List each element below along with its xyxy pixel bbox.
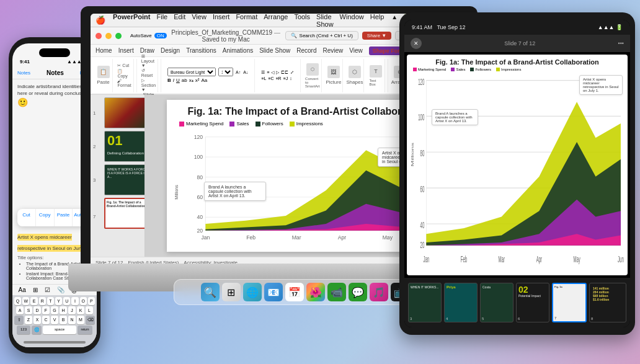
justify-button[interactable]: ≡J — [283, 76, 288, 81]
key-g[interactable]: G — [51, 306, 58, 314]
indent-dec-button[interactable]: ◁ — [271, 70, 274, 75]
dock-music[interactable]: 🎵 — [370, 283, 388, 301]
menu-view[interactable]: View — [192, 14, 207, 28]
strikethrough-button[interactable]: ab — [182, 78, 187, 83]
layout-button[interactable]: ⊞ Layout ▼ — [141, 54, 156, 68]
columns-button[interactable]: ⊏⊏ — [281, 70, 288, 75]
key-u[interactable]: U — [63, 297, 70, 305]
numbering-button[interactable]: ≡ — [267, 70, 269, 75]
list-item[interactable]: 1 — [104, 97, 142, 128]
font-shrink-button[interactable]: A↓ — [243, 70, 248, 74]
menu-format[interactable]: Format — [236, 14, 257, 28]
ipad-thumb-8[interactable]: 141 million264 million$68 billion$1.6 tr… — [589, 283, 626, 322]
tab-transitions[interactable]: Transitions — [186, 47, 216, 54]
key-m[interactable]: M — [77, 316, 84, 324]
search-box[interactable]: 🔍 Search (Cmd + Ctrl + U) — [285, 31, 358, 40]
key-v[interactable]: V — [51, 316, 58, 324]
tab-insert[interactable]: Insert — [118, 47, 134, 54]
menu-insert[interactable]: Insert — [213, 14, 230, 28]
cut-ribbon-button[interactable]: ✂ Cut — [117, 63, 131, 68]
ipad-options-button[interactable]: ••• — [618, 40, 624, 47]
tab-home[interactable]: Home — [96, 47, 112, 54]
font-family-select[interactable]: Bureau Grot Light — [167, 68, 216, 76]
maximize-button[interactable] — [115, 33, 122, 39]
menu-powerpoint[interactable]: PowerPoint — [113, 14, 151, 28]
tab-view[interactable]: View — [349, 47, 363, 54]
key-q[interactable]: Q — [14, 297, 21, 305]
key-shift[interactable]: ⇧ — [14, 316, 24, 324]
key-i[interactable]: I — [71, 297, 78, 305]
ipad-thumb-4[interactable]: Priya 4 — [444, 283, 478, 322]
ipad-thumb-3[interactable]: WHEN IT WORKS... 3 — [408, 283, 442, 322]
key-emoji[interactable]: 🌐 — [32, 326, 42, 334]
tab-slideshow[interactable]: Slide Show — [259, 47, 290, 54]
ipad-close-button[interactable]: ✕ — [411, 38, 422, 49]
section-button[interactable]: ▷ Section ▼ — [141, 78, 156, 92]
key-w[interactable]: W — [22, 297, 29, 305]
ipad-thumb-6[interactable]: 02 Potential Impact 6 — [516, 283, 549, 322]
reset-button[interactable]: ↺ Reset — [141, 68, 156, 78]
dock-calendar[interactable]: 📅 — [285, 283, 304, 301]
line-spacing-button[interactable]: ↕ — [290, 76, 292, 81]
underline-button[interactable]: U — [176, 78, 180, 83]
tab-record[interactable]: Record — [296, 47, 316, 54]
menu-edit[interactable]: Edit — [174, 14, 185, 28]
convert-to-smartart-icon[interactable]: ⬡ — [306, 63, 319, 76]
key-z[interactable]: Z — [25, 316, 32, 324]
copy-ribbon-button[interactable]: 📋 Copy — [117, 69, 131, 78]
key-s[interactable]: S — [25, 306, 32, 314]
text-direction-button[interactable]: ⤢ — [290, 70, 294, 75]
align-center-button[interactable]: ≡C — [268, 76, 273, 81]
format-icon[interactable]: Aa — [19, 286, 26, 293]
minimize-button[interactable] — [105, 33, 112, 39]
menu-help[interactable]: Help — [370, 14, 384, 28]
key-f[interactable]: F — [42, 306, 50, 314]
tab-review[interactable]: Review — [322, 47, 343, 54]
menu-tools[interactable]: Tools — [294, 14, 310, 28]
autosave-toggle[interactable]: ON — [154, 33, 167, 38]
text-box-icon[interactable]: T — [370, 65, 382, 78]
dock-launchpad[interactable]: ⊞ — [222, 283, 241, 301]
menu-file[interactable]: File — [157, 14, 168, 28]
dock-facetime[interactable]: 📹 — [327, 283, 346, 301]
char-spacing-button[interactable]: Aa — [201, 78, 207, 83]
subscript-button[interactable]: x₂ — [189, 78, 193, 83]
key-123[interactable]: 123 — [17, 326, 30, 334]
close-button[interactable] — [96, 33, 102, 39]
checklist-icon[interactable]: ☑ — [45, 286, 50, 293]
key-x[interactable]: X — [33, 316, 41, 324]
slide-thumb-3[interactable]: WHEN IT WORKS A FORCE IS A FORCE IS A FO… — [104, 164, 145, 195]
dock-photos[interactable]: 🌺 — [306, 283, 325, 301]
key-j[interactable]: J — [68, 306, 76, 314]
key-d[interactable]: D — [33, 306, 41, 314]
key-a[interactable]: A — [16, 306, 24, 314]
key-e[interactable]: E — [30, 297, 37, 305]
copy-button[interactable]: Copy — [36, 209, 55, 226]
key-r[interactable]: R — [39, 297, 46, 305]
cut-button[interactable]: Cut — [17, 209, 36, 226]
slide-thumb-2[interactable]: 01 Defining Collaboration — [104, 131, 145, 162]
tab-draw[interactable]: Draw — [140, 47, 154, 54]
key-n[interactable]: N — [68, 316, 76, 324]
dock-messages[interactable]: 💬 — [349, 283, 367, 301]
list-item[interactable]: 3 WHEN IT WORKS A FORCE IS A FORCE IS A … — [104, 164, 142, 195]
list-item[interactable]: 7 Fig. 1a: The Impact of a Brand-Artist … — [104, 198, 142, 229]
indent-inc-button[interactable]: ▷ — [276, 70, 279, 75]
align-right-button[interactable]: ≡R — [275, 76, 281, 81]
bullets-button[interactable]: ☰ — [261, 70, 265, 75]
dock-finder[interactable]: 🔍 — [201, 283, 220, 301]
apple-menu[interactable]: 🍎 — [96, 16, 105, 25]
italic-button[interactable]: I — [173, 78, 174, 83]
align-left-button[interactable]: ≡L — [261, 76, 266, 81]
font-size-select[interactable]: 14 — [218, 68, 233, 76]
tab-design[interactable]: Design — [161, 47, 180, 54]
ipad-thumb-5[interactable]: Costa 5 — [480, 283, 513, 322]
key-return[interactable]: return — [78, 326, 92, 334]
paste-button[interactable]: Paste — [55, 209, 73, 226]
key-delete[interactable]: ⌫ — [86, 316, 95, 324]
key-space[interactable]: space — [43, 326, 76, 334]
share-button[interactable]: Share ▼ — [362, 32, 392, 40]
picture-icon[interactable]: 🖼 — [327, 66, 340, 78]
key-h[interactable]: H — [60, 306, 67, 314]
menu-window[interactable]: Window — [340, 14, 364, 28]
